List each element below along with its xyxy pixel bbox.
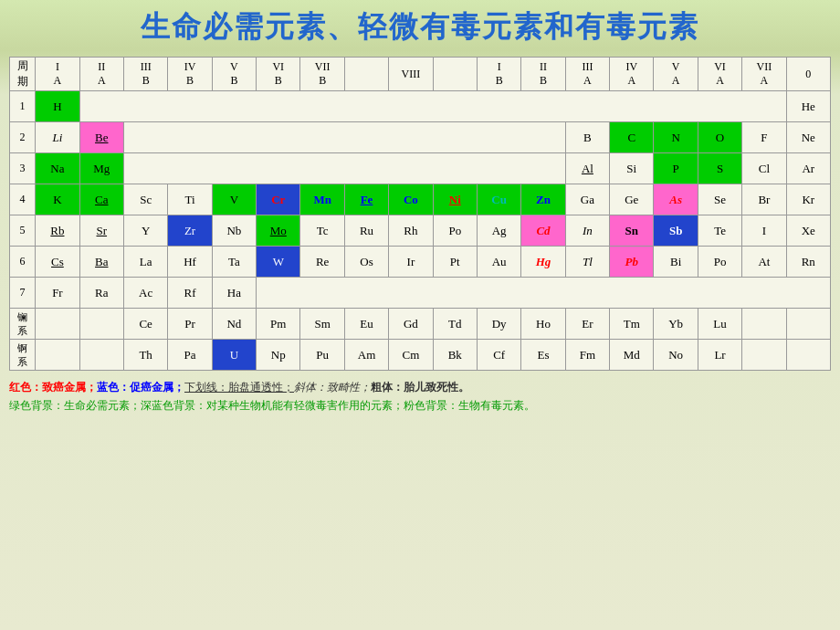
element-Zr: Zr [168, 215, 212, 247]
lan-empty2 [79, 309, 123, 340]
period-3: 3 [10, 153, 36, 184]
element-Cl: Cl [742, 153, 786, 184]
element-Hg: Hg [521, 247, 565, 278]
legend-red-text: 红色：致癌金属； [9, 381, 97, 394]
element-Er: Er [565, 309, 609, 340]
periodic-table: 周期 IA IIA IIIB IVB VB VIB VIIB VIII IB I… [9, 57, 831, 371]
element-Y: Y [123, 215, 167, 247]
element-Md: Md [610, 340, 654, 371]
element-Te: Te [698, 215, 741, 247]
lan-empty3 [742, 309, 786, 340]
act-empty3 [742, 340, 786, 371]
element-Re: Re [300, 247, 344, 278]
element-F: F [742, 122, 786, 153]
legend-bold-text: 粗体：胎儿致死性。 [371, 381, 469, 394]
element-Ca: Ca [79, 184, 123, 215]
element-Pm: Pm [257, 309, 300, 340]
element-Ra: Ra [79, 278, 123, 309]
element-Ba: Ba [79, 247, 123, 278]
element-Sr: Sr [79, 215, 123, 247]
legend-line2: 绿色背景：生命必需元素；深蓝色背景：对某种生物机能有轻微毒害作用的元素；粉色背景… [9, 396, 831, 415]
element-Cu: Cu [477, 184, 520, 215]
header-IVA: IVA [610, 58, 654, 91]
act-empty4 [786, 340, 830, 371]
periodic-table-wrap: 周期 IA IIA IIIB IVB VB VIB VIIB VIII IB I… [9, 57, 831, 371]
element-Se: Se [698, 184, 741, 215]
element-Rn: Rn [786, 247, 830, 278]
element-Po6: Po [698, 247, 741, 278]
period3-empty [123, 153, 565, 184]
header-VIB: VIB [257, 58, 300, 91]
element-At: At [742, 247, 786, 278]
element-Ir: Ir [389, 247, 433, 278]
element-Mo: Mo [257, 215, 300, 247]
act-empty1 [36, 340, 79, 371]
period-6: 6 [10, 247, 36, 278]
element-V: V [212, 184, 256, 215]
element-Kr: Kr [786, 184, 830, 215]
header-IIIA: IIIA [565, 58, 609, 91]
element-Am: Am [344, 340, 388, 371]
element-Cd: Cd [521, 215, 565, 247]
element-Na: Na [36, 153, 79, 184]
element-Ru: Ru [344, 215, 388, 247]
period-7: 7 [10, 278, 36, 309]
element-Cs: Cs [36, 247, 79, 278]
element-Lr: Lr [698, 340, 741, 371]
element-Cr: Cr [257, 184, 300, 215]
element-Es: Es [521, 340, 565, 371]
element-U: U [212, 340, 256, 371]
period-5: 5 [10, 215, 36, 247]
element-Sn: Sn [610, 215, 654, 247]
element-Nd: Nd [212, 309, 256, 340]
act-empty2 [79, 340, 123, 371]
header-VIII: VIII [389, 58, 433, 91]
header-0: 0 [786, 58, 830, 91]
element-Fm: Fm [565, 340, 609, 371]
page: 生命必需元素、轻微有毒元素和有毒元素 周期 IA IIA IIIB IVB VB… [0, 0, 840, 630]
period2-empty [123, 122, 565, 153]
element-Ge: Ge [610, 184, 654, 215]
element-Hf: Hf [168, 247, 212, 278]
header-VIIB: VIIB [300, 58, 344, 91]
header-IVB: IVB [168, 58, 212, 91]
element-B: B [565, 122, 609, 153]
header-VIIA: VIIA [742, 58, 786, 91]
element-Dy: Dy [477, 309, 520, 340]
element-As: As [654, 184, 698, 215]
element-Ar: Ar [786, 153, 830, 184]
header-IB: IB [477, 58, 520, 91]
element-Ni: Ni [433, 184, 477, 215]
element-Fe: Fe [344, 184, 388, 215]
legend: 红色：致癌金属；蓝色：促癌金属；下划线：胎盘通透性；斜体：致畸性；粗体：胎儿致死… [9, 378, 831, 415]
element-I: I [742, 215, 786, 247]
element-Ac: Ac [123, 278, 167, 309]
actinide-label: 锕系 [10, 340, 36, 371]
element-Ce: Ce [123, 309, 167, 340]
element-Zn: Zn [521, 184, 565, 215]
element-Fr: Fr [36, 278, 79, 309]
element-Rh: Rh [389, 215, 433, 247]
element-Nb: Nb [212, 215, 256, 247]
period-4: 4 [10, 184, 36, 215]
element-Yb: Yb [654, 309, 698, 340]
element-Ne: Ne [786, 122, 830, 153]
header-empty1 [344, 58, 388, 91]
element-Pt: Pt [433, 247, 477, 278]
header-IIA: IIA [79, 58, 123, 91]
element-Pr: Pr [168, 309, 212, 340]
element-Mn: Mn [300, 184, 344, 215]
header-VIA: VIA [698, 58, 741, 91]
element-H: H [36, 91, 79, 122]
header-period: 周期 [10, 58, 36, 91]
element-No: No [654, 340, 698, 371]
element-In: In [565, 215, 609, 247]
element-Ha: Ha [212, 278, 256, 309]
header-IIIB: IIIB [123, 58, 167, 91]
element-Sb: Sb [654, 215, 698, 247]
element-Gd: Gd [389, 309, 433, 340]
element-Si: Si [610, 153, 654, 184]
element-Np: Np [257, 340, 300, 371]
element-Be: Be [79, 122, 123, 153]
element-O: O [698, 122, 741, 153]
